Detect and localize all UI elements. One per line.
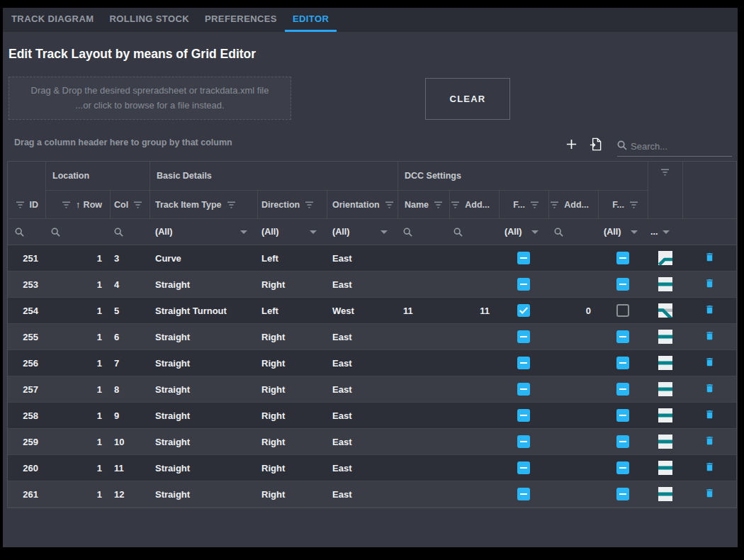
f2-checkbox-indeterminate[interactable] xyxy=(616,435,629,448)
band-dcc-settings[interactable]: DCC Settings xyxy=(398,162,648,190)
cell-address1[interactable] xyxy=(449,403,499,428)
cell-track-item-type[interactable]: Straight Turnout xyxy=(150,298,257,323)
header-filter-icon[interactable] xyxy=(530,201,539,208)
cell-direction[interactable]: Right xyxy=(257,350,327,376)
delete-row-button[interactable] xyxy=(704,435,715,449)
column-header-name[interactable]: Name xyxy=(398,190,449,219)
header-filter-icon[interactable] xyxy=(62,201,71,208)
cell-orientation[interactable]: East xyxy=(327,376,398,402)
cell-address2[interactable] xyxy=(548,245,598,271)
tab-preferences[interactable]: PREFERENCES xyxy=(197,8,285,32)
delete-row-button[interactable] xyxy=(704,277,715,291)
f2-checkbox-indeterminate[interactable] xyxy=(616,409,629,422)
cell-row[interactable]: 1 xyxy=(45,324,110,349)
cell-name[interactable] xyxy=(398,271,449,297)
cell-id[interactable]: 258 xyxy=(8,403,45,428)
f1-checkbox-checked[interactable] xyxy=(517,304,530,317)
delete-row-button[interactable] xyxy=(704,487,715,501)
cell-address2[interactable]: 0 xyxy=(548,298,598,323)
delete-row-button[interactable] xyxy=(704,303,715,318)
tab-rolling-stock[interactable]: ROLLING STOCK xyxy=(101,8,197,32)
column-header-track-item-type[interactable]: Track Item Type xyxy=(150,190,257,219)
export-button[interactable] xyxy=(587,137,604,154)
f1-checkbox-indeterminate[interactable] xyxy=(517,252,530,264)
cell-name[interactable] xyxy=(398,324,449,349)
cell-col[interactable]: 11 xyxy=(110,455,150,481)
header-filter-icon[interactable] xyxy=(660,169,670,176)
f1-checkbox-indeterminate[interactable] xyxy=(517,488,530,500)
cell-track-item-type[interactable]: Straight xyxy=(150,271,257,297)
cell-direction[interactable]: Right xyxy=(257,481,327,507)
cell-name[interactable] xyxy=(398,481,449,507)
cell-name[interactable] xyxy=(398,455,449,481)
cell-track-item-type[interactable]: Straight xyxy=(150,429,257,454)
f2-checkbox-indeterminate[interactable] xyxy=(616,461,629,474)
cell-address1[interactable]: 11 xyxy=(449,298,499,323)
cell-track-item-type[interactable]: Straight xyxy=(150,324,257,349)
band-location[interactable]: Location xyxy=(45,162,150,190)
column-header-id[interactable]: ID xyxy=(8,190,45,219)
cell-direction[interactable]: Left xyxy=(257,245,327,271)
cell-col[interactable]: 10 xyxy=(110,429,150,454)
header-filter-icon[interactable] xyxy=(227,201,236,208)
filter-trackicon[interactable]: ... xyxy=(648,219,682,245)
filter-row-col[interactable] xyxy=(45,219,110,245)
filter-address2[interactable] xyxy=(548,219,598,245)
filter-address1[interactable] xyxy=(449,219,499,245)
column-header-address1[interactable]: Add... xyxy=(449,190,499,219)
cell-address2[interactable] xyxy=(548,324,598,349)
cell-address1[interactable] xyxy=(449,350,499,376)
column-header-orientation[interactable]: Orientation xyxy=(327,190,398,219)
cell-name[interactable] xyxy=(398,403,449,428)
cell-address1[interactable] xyxy=(449,429,499,454)
cell-name[interactable] xyxy=(398,350,449,376)
cell-row[interactable]: 1 xyxy=(45,403,110,428)
header-filter-icon[interactable] xyxy=(550,201,559,208)
cell-address2[interactable] xyxy=(548,403,598,428)
cell-row[interactable]: 1 xyxy=(45,298,110,323)
cell-address1[interactable] xyxy=(449,271,499,297)
f2-checkbox-indeterminate[interactable] xyxy=(616,330,629,343)
delete-row-button[interactable] xyxy=(704,251,715,265)
cell-orientation[interactable]: East xyxy=(327,429,398,454)
cell-track-item-type[interactable]: Straight xyxy=(150,403,257,428)
column-header-address2[interactable]: Add... xyxy=(548,190,598,219)
filter-col[interactable] xyxy=(110,219,150,245)
column-header-col[interactable]: Col xyxy=(110,190,150,219)
header-filter-icon[interactable] xyxy=(305,201,314,208)
cell-orientation[interactable]: East xyxy=(327,324,398,349)
cell-id[interactable]: 257 xyxy=(8,376,45,402)
cell-track-item-type[interactable]: Straight xyxy=(150,455,257,481)
delete-row-button[interactable] xyxy=(704,356,715,370)
cell-track-item-type[interactable]: Straight xyxy=(150,350,257,376)
cell-orientation[interactable]: West xyxy=(327,298,398,323)
dropdown-arrow-icon[interactable] xyxy=(631,230,638,234)
f1-checkbox-indeterminate[interactable] xyxy=(517,357,530,369)
delete-row-button[interactable] xyxy=(704,382,715,396)
cell-row[interactable]: 1 xyxy=(45,455,110,481)
tab-editor[interactable]: EDITOR xyxy=(285,8,337,32)
cell-col[interactable]: 9 xyxy=(110,403,150,428)
cell-id[interactable]: 260 xyxy=(8,455,45,481)
cell-address2[interactable] xyxy=(548,376,598,402)
header-filter-icon[interactable] xyxy=(434,201,443,208)
header-filter-icon[interactable] xyxy=(629,201,638,208)
cell-col[interactable]: 12 xyxy=(110,481,150,507)
file-dropzone[interactable]: Drag & Drop the desired spreradsheet or … xyxy=(9,77,291,120)
f2-checkbox-indeterminate[interactable] xyxy=(616,488,629,500)
filter-track-item-type[interactable]: (All) xyxy=(150,219,257,245)
cell-direction[interactable]: Right xyxy=(257,376,327,402)
clear-button[interactable]: CLEAR xyxy=(425,78,510,120)
dropdown-arrow-icon[interactable] xyxy=(240,230,247,234)
f2-checkbox-indeterminate[interactable] xyxy=(616,383,629,396)
cell-row[interactable]: 1 xyxy=(45,429,110,454)
search-input[interactable] xyxy=(631,141,732,152)
f1-checkbox-indeterminate[interactable] xyxy=(517,383,530,396)
header-filter-icon[interactable] xyxy=(16,201,25,208)
header-filter-icon[interactable] xyxy=(133,201,142,208)
f2-checkbox-indeterminate[interactable] xyxy=(616,357,629,369)
filter-orientation[interactable]: (All) xyxy=(327,219,398,245)
cell-orientation[interactable]: East xyxy=(327,271,398,297)
column-header-f1[interactable]: F... xyxy=(499,190,548,219)
cell-address1[interactable] xyxy=(449,455,499,481)
